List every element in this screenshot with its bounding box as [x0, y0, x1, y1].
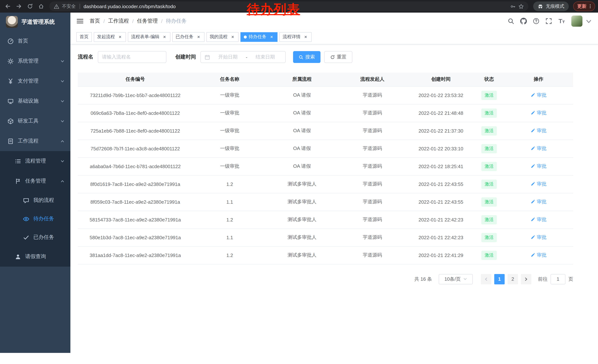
tab-my-process[interactable]: 我的流程×	[206, 32, 239, 42]
search-icon[interactable]	[507, 18, 514, 24]
process-cell: OA 请假	[267, 104, 337, 122]
back-button[interactable]	[3, 1, 13, 11]
create-time-cell: 2022-01-21 22:41:29	[407, 246, 474, 264]
sidebar-item-label: 我的流程	[33, 197, 54, 204]
task-name-cell: 一级审批	[193, 86, 267, 104]
sidebar-item-infrastructure[interactable]: 基础设施	[0, 91, 70, 111]
fullscreen-icon[interactable]	[545, 18, 552, 24]
approve-link[interactable]: 审批	[531, 181, 547, 187]
sidebar-item-process-mgmt[interactable]: 流程管理	[0, 151, 70, 171]
menu-dots-icon[interactable]	[588, 4, 593, 9]
key-icon[interactable]	[510, 4, 516, 9]
process-name-input[interactable]: 请输入流程名	[98, 51, 166, 63]
font-size-icon[interactable]	[558, 18, 565, 24]
dashboard-icon	[8, 38, 14, 44]
user-avatar[interactable]	[571, 16, 582, 27]
approve-link[interactable]: 审批	[531, 252, 547, 259]
prev-page-button[interactable]	[481, 274, 491, 284]
breadcrumb-item: 待办任务	[166, 18, 187, 24]
table-row: 8f059c03-7ac8-11ec-a9e2-a2380e71991a1.1测…	[78, 193, 573, 211]
tab-home[interactable]: 首页	[76, 32, 92, 42]
search-button-label: 搜索	[305, 54, 315, 60]
approve-link[interactable]: 审批	[531, 216, 547, 223]
home-button[interactable]	[36, 1, 46, 11]
chevron-down-icon[interactable]	[585, 18, 592, 25]
status-badge: 激活	[481, 90, 497, 100]
status-badge: 激活	[481, 126, 497, 135]
goto-page-input[interactable]: 1	[551, 274, 565, 284]
refresh-icon	[330, 55, 335, 59]
task-id-cell: 725a1eb6-7b88-11ec-8ef0-acde48001122	[78, 122, 193, 140]
edit-icon	[531, 217, 535, 222]
sidebar-item-label: 支付管理	[18, 78, 39, 84]
sidebar-toggle-icon[interactable]	[76, 18, 84, 24]
sidebar-item-task-mgmt[interactable]: 任务管理	[0, 171, 70, 191]
approve-link[interactable]: 审批	[531, 163, 547, 170]
breadcrumb-separator: /	[161, 18, 163, 24]
date-range-picker[interactable]: 开始日期 - 结束日期	[200, 51, 286, 63]
approve-label: 审批	[537, 216, 547, 223]
approve-link[interactable]: 审批	[531, 145, 547, 152]
process-cell: 测试多审批人	[267, 246, 337, 264]
update-button[interactable]: 更新	[573, 1, 595, 11]
column-header: 流程发起人	[337, 73, 407, 86]
table-header-row: 任务编号任务名称所属流程流程发起人创建时间状态操作	[78, 73, 573, 86]
approve-link[interactable]: 审批	[531, 234, 547, 241]
monitor-icon	[8, 98, 14, 104]
approve-link[interactable]: 审批	[531, 198, 547, 205]
approve-link[interactable]: 审批	[531, 127, 547, 134]
sidebar-item-leave-query[interactable]: 请假查询	[0, 247, 70, 267]
search-button[interactable]: 搜索	[293, 51, 321, 63]
table-row: 725a1eb6-7b88-11ec-8ef0-acde48001122一级审批…	[78, 122, 573, 140]
initiator-cell: 芋道源码	[337, 104, 407, 122]
status-badge: 激活	[481, 108, 497, 118]
page-size-select[interactable]: 10条/页	[439, 274, 473, 284]
initiator-cell: 芋道源码	[337, 228, 407, 246]
breadcrumb-item[interactable]: 任务管理	[137, 18, 158, 24]
close-icon[interactable]: ×	[196, 34, 201, 40]
sidebar-item-todo-tasks[interactable]: 待办任务	[0, 210, 70, 228]
tab-process-detail[interactable]: 流程详情×	[279, 32, 312, 42]
close-icon[interactable]: ×	[269, 34, 274, 40]
create-time-label: 创建时间	[175, 54, 196, 60]
approve-label: 审批	[537, 127, 547, 134]
tab-start-process[interactable]: 发起流程×	[94, 32, 126, 42]
sidebar-item-home[interactable]: 首页	[0, 31, 70, 51]
sidebar-item-payment[interactable]: 支付管理	[0, 71, 70, 91]
reload-button[interactable]	[25, 1, 35, 11]
reset-button[interactable]: 重置	[324, 51, 352, 63]
sidebar-item-devtools[interactable]: 研发工具	[0, 111, 70, 131]
help-icon[interactable]	[533, 18, 540, 24]
page-button-1[interactable]: 1	[494, 274, 505, 284]
breadcrumb-item[interactable]: 首页	[90, 18, 100, 24]
edit-icon	[531, 182, 535, 186]
page-button-2[interactable]: 2	[507, 274, 518, 284]
sidebar-item-label: 已办任务	[33, 234, 54, 241]
close-icon[interactable]: ×	[162, 34, 167, 40]
tab-todo-tasks[interactable]: 待办任务×	[241, 32, 277, 42]
sidebar-item-done-tasks[interactable]: 已办任务	[0, 228, 70, 247]
task-name-cell: 1.2	[193, 246, 267, 264]
next-page-button[interactable]	[521, 274, 531, 284]
approve-label: 审批	[537, 110, 547, 116]
sidebar-item-my-process[interactable]: 我的流程	[0, 191, 70, 210]
app-logo[interactable]: 芋道管理系统	[0, 13, 70, 31]
close-icon[interactable]: ×	[117, 34, 123, 40]
sidebar-item-workflow[interactable]: 工作流程	[0, 131, 70, 151]
close-icon[interactable]: ×	[230, 34, 235, 40]
approve-link[interactable]: 审批	[531, 110, 547, 116]
sidebar-item-label: 基础设施	[18, 98, 39, 105]
sidebar-item-system[interactable]: 系统管理	[0, 51, 70, 71]
main-header: 首页/工作流程/任务管理/待办任务	[70, 13, 598, 30]
forward-button[interactable]	[14, 1, 24, 11]
approve-link[interactable]: 审批	[531, 92, 547, 98]
github-icon[interactable]	[520, 18, 527, 24]
tab-done-tasks[interactable]: 已办任务×	[172, 32, 205, 42]
task-name-cell: 一级审批	[193, 140, 267, 157]
close-icon[interactable]: ×	[303, 34, 308, 40]
task-name-cell: 1.1	[193, 228, 267, 246]
bookmark-star-icon[interactable]	[518, 4, 524, 9]
breadcrumb-item[interactable]: 工作流程	[108, 18, 129, 24]
chevron-down-icon	[463, 277, 467, 281]
tab-form-edit[interactable]: 流程表单-编辑×	[128, 32, 170, 42]
